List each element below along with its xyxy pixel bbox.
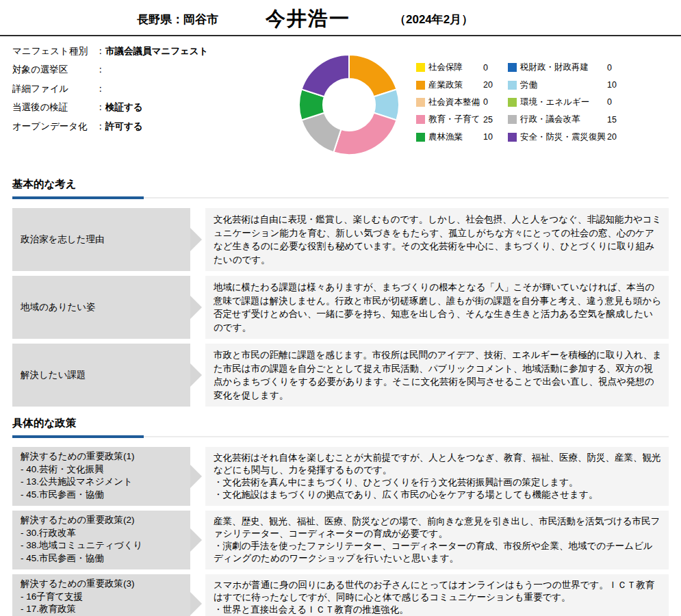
legend-item: 行政・議会改革 15 bbox=[508, 111, 625, 128]
summary-block: マニフェスト種別 ： 市議会議員マニフェスト 対象の選挙区 ： 詳細ファイル ：… bbox=[0, 36, 681, 168]
basic-row-issues: 解決したい課題 市政と市民の距離に課題を感じます。市役所は民間のアイデア、技術、… bbox=[12, 344, 669, 407]
region-label: 長野県：岡谷市 bbox=[137, 12, 218, 27]
policy-text-line: ・文化施設はまちづくりの拠点であり、広く市民の心をケアする場としても機能させます… bbox=[214, 489, 662, 501]
legend-label: 教育・子育て bbox=[428, 114, 483, 125]
legend-swatch bbox=[508, 133, 517, 142]
policy-row-2: 解決するための重要政策(2) - 30.行政改革 - 38.地域コミュニティづく… bbox=[12, 511, 669, 569]
legend-swatch bbox=[416, 115, 425, 124]
meta-colon: ： bbox=[96, 64, 105, 76]
row-label: 地域のありたい姿 bbox=[21, 301, 182, 313]
policy-label-item: - 17.教育政策 bbox=[21, 603, 182, 616]
legend-value: 0 bbox=[483, 63, 501, 73]
policy-label-item: - 45.市民参画・協働 bbox=[21, 489, 182, 502]
meta-row-detail-file: 詳細ファイル ： bbox=[12, 79, 286, 99]
legend-column-right: 税財政・財政再建 0 労働 10 環境・エネルギー 0 bbox=[508, 59, 625, 146]
legend-label: 産業政策 bbox=[428, 79, 483, 91]
policy-label-title: 解決するための重要政策(3) bbox=[21, 578, 182, 591]
section-rule bbox=[12, 435, 669, 438]
section-title-policies: 具体的な政策 bbox=[12, 416, 681, 431]
meta-row-district: 対象の選挙区 ： bbox=[12, 61, 286, 80]
row-content: 市政と市民の距離に課題を感じます。市役所は民間のアイデア、技術、エネルギーを積極… bbox=[205, 344, 669, 407]
legend-label: 労働 bbox=[520, 79, 607, 91]
rule-accent-bar bbox=[12, 435, 144, 438]
legend-label: 社会保障 bbox=[428, 62, 483, 73]
meta-label: オープンデータ化 bbox=[12, 120, 96, 133]
policy-text-line: 産業、歴史、観光、福祉、医療、防災などの場で、前向きな意見を引き出し、市民活動を… bbox=[214, 515, 662, 540]
meta-label: 対象の選挙区 bbox=[12, 64, 96, 76]
legend-item: 社会保障 0 bbox=[416, 59, 501, 76]
meta-colon: ： bbox=[96, 101, 105, 114]
legend-item: 教育・子育て 25 bbox=[416, 111, 501, 128]
rule-accent-bar bbox=[12, 196, 144, 199]
legend-label: 安全・防災・震災復興 bbox=[520, 131, 607, 143]
legend-label: 税財政・財政再建 bbox=[520, 62, 607, 73]
meta-value: 市議会議員マニフェスト bbox=[105, 45, 208, 57]
meta-colon: ： bbox=[96, 45, 105, 57]
donut-chart-svg bbox=[298, 53, 400, 156]
policy-text-line: スマホが普通に身の回りにある世代のお子さんにとってはオンラインはもう一つの世界で… bbox=[214, 579, 662, 604]
legend-item: 労働 10 bbox=[508, 76, 625, 93]
basic-row-vision: 地域のありたい姿 地域に横たわる課題は様々ありますが、まちづくりの根本となる「人… bbox=[12, 276, 669, 339]
legend-item: 税財政・財政再建 0 bbox=[508, 59, 625, 76]
policy-text-line: ・文化芸術を真ん中にまちづくり、ひとづくりを行う文化芸術振興計画の策定します。 bbox=[214, 476, 662, 489]
policy-row-1: 解決するための重要政策(1) - 40.芸術・文化振興 - 13.公共施設マネジ… bbox=[12, 447, 669, 506]
row-content: スマホが普通に身の回りにある世代のお子さんにとってはオンラインはもう一つの世界で… bbox=[205, 574, 669, 616]
meta-label: 詳細ファイル bbox=[12, 83, 96, 95]
legend-value: 0 bbox=[607, 63, 625, 73]
legend-swatch bbox=[416, 81, 425, 90]
legend-value: 15 bbox=[607, 115, 625, 125]
legend-value: 25 bbox=[483, 115, 501, 125]
legend-swatch bbox=[508, 115, 517, 124]
meta-row-verification: 当選後の検証 ： 検証する bbox=[12, 99, 286, 118]
policy-row-3: 解決するための重要政策(3) - 16子育て支援 - 17.教育政策 - 38.… bbox=[12, 574, 669, 616]
policy-donut-chart bbox=[298, 53, 400, 156]
row-label-box: 地域のありたい姿 bbox=[12, 276, 190, 339]
policy-label-item: - 16子育て支援 bbox=[21, 591, 182, 604]
policy-text-line: ・演劇の手法を使ったファシリテーター、コーディネーターの育成、市役所や企業、地域… bbox=[214, 540, 662, 565]
meta-row-opendata: オープンデータ化 ： 許可する bbox=[12, 117, 286, 136]
legend-item: 農林漁業 10 bbox=[416, 129, 501, 146]
legend-item: 産業政策 20 bbox=[416, 76, 501, 93]
basic-row-reason: 政治家を志した理由 文化芸術は自由に表現・鑑賞し、楽しむものです。しかし、社会包… bbox=[12, 208, 669, 271]
legend-item: 安全・防災・震災復興 20 bbox=[508, 129, 625, 146]
legend-value: 10 bbox=[607, 80, 625, 90]
row-label-box: 政治家を志した理由 bbox=[12, 208, 190, 271]
policy-label-title: 解決するための重要政策(1) bbox=[21, 450, 182, 463]
legend-value: 20 bbox=[483, 80, 501, 90]
manifesto-page: 長野県：岡谷市 今井浩一 （2024年2月） マニフェスト種別 ： 市議会議員マ… bbox=[0, 0, 681, 616]
meta-list: マニフェスト種別 ： 市議会議員マニフェスト 対象の選挙区 ： 詳細ファイル ：… bbox=[12, 42, 286, 136]
legend-label: 環境・エネルギー bbox=[520, 97, 607, 108]
row-label-box: 解決したい課題 bbox=[12, 344, 190, 407]
legend-item: 環境・エネルギー 0 bbox=[508, 94, 625, 111]
policy-label-item: - 30.行政改革 bbox=[21, 527, 182, 540]
row-content: 文化芸術はそれ自体を楽しむことが大前提ですが、人と人をつなぎ、教育、福祉、医療、… bbox=[205, 447, 669, 506]
meta-colon: ： bbox=[96, 83, 105, 95]
section-title-basic: 基本的な考え bbox=[12, 177, 681, 192]
legend-item: 社会資本整備 0 bbox=[416, 94, 501, 111]
row-label: 解決したい課題 bbox=[21, 369, 182, 381]
legend-swatch bbox=[508, 81, 517, 90]
row-text: 地域に横たわる課題は様々ありますが、まちづくりの根本となる「人」こそが輝いていな… bbox=[214, 281, 662, 334]
legend-swatch bbox=[416, 63, 425, 72]
row-label: 政治家を志した理由 bbox=[21, 233, 182, 246]
policy-label-item: - 38.地域コミュニティづくり bbox=[21, 539, 182, 552]
chart-legend: 社会保障 0 産業政策 20 社会資本整備 0 bbox=[416, 59, 625, 146]
row-label-box: 解決するための重要政策(2) - 30.行政改革 - 38.地域コミュニティづく… bbox=[12, 511, 190, 569]
candidate-name: 今井浩一 bbox=[266, 5, 350, 33]
legend-value: 0 bbox=[483, 97, 501, 107]
donut-segment bbox=[333, 113, 396, 155]
donut-segment bbox=[349, 55, 396, 97]
page-header: 長野県：岡谷市 今井浩一 （2024年2月） bbox=[0, 0, 681, 36]
section-rule bbox=[12, 196, 669, 199]
row-content: 地域に横たわる課題は様々ありますが、まちづくりの根本となる「人」こそが輝いていな… bbox=[205, 276, 669, 339]
row-text: 文化芸術は自由に表現・鑑賞し、楽しむものです。しかし、社会包摂、人と人をつなぐ、… bbox=[214, 213, 662, 266]
meta-row-manifesto-type: マニフェスト種別 ： 市議会議員マニフェスト bbox=[12, 42, 286, 61]
meta-value: 検証する bbox=[105, 101, 143, 114]
meta-colon: ： bbox=[96, 120, 105, 133]
legend-swatch bbox=[508, 63, 517, 72]
legend-swatch bbox=[508, 98, 517, 107]
legend-value: 0 bbox=[607, 97, 625, 107]
legend-swatch bbox=[416, 133, 425, 142]
row-content: 産業、歴史、観光、福祉、医療、防災などの場で、前向きな意見を引き出し、市民活動を… bbox=[205, 511, 669, 569]
legend-value: 20 bbox=[607, 132, 625, 142]
